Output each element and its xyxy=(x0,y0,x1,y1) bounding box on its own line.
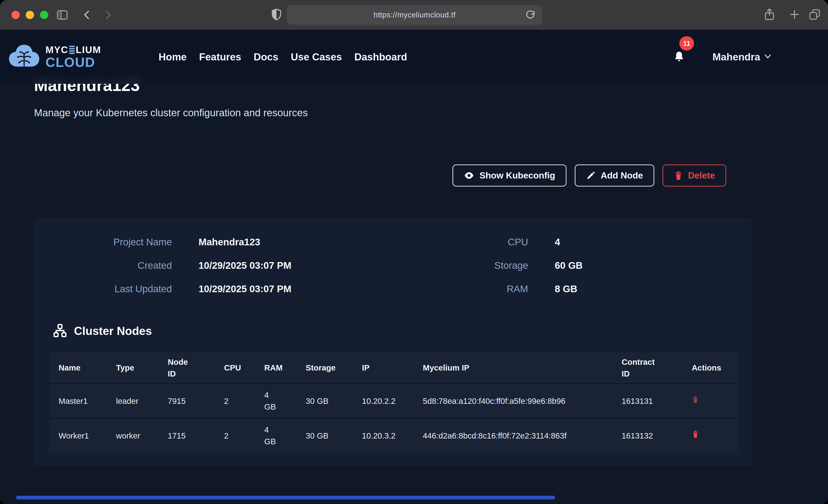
detail-label: Storage xyxy=(436,260,528,271)
detail-row-ram: RAM 8 GB xyxy=(436,284,753,294)
cell-type: leader xyxy=(107,384,159,418)
cell-name: Worker1 xyxy=(49,418,107,453)
pencil-icon xyxy=(586,171,596,180)
detail-row-last-updated: Last Updated 10/29/2025 03:07 PM xyxy=(34,284,436,294)
new-tab-icon[interactable] xyxy=(788,8,801,21)
reload-icon[interactable] xyxy=(525,9,536,22)
cell-cpu: 2 xyxy=(215,418,255,453)
detail-label: Last Updated xyxy=(34,284,172,294)
cell-node-id: 1715 xyxy=(159,418,215,453)
notification-count-badge: 11 xyxy=(679,36,694,50)
minimize-window-button[interactable] xyxy=(26,11,34,19)
brand-text: MYC LIUM CLOUD xyxy=(45,45,101,69)
cell-ram: 4 GB xyxy=(255,384,296,418)
tab-overview-icon[interactable] xyxy=(808,8,821,21)
show-kubeconfig-button[interactable]: Show Kubeconfig xyxy=(453,165,566,186)
back-button-icon[interactable] xyxy=(81,9,93,21)
page-content: Mahendra123 Manage your Kubernetes clust… xyxy=(0,30,828,466)
nav-link-home[interactable]: Home xyxy=(159,51,187,63)
detail-value: 10/29/2025 03:07 PM xyxy=(199,284,291,294)
detail-label: Project Name xyxy=(34,237,172,248)
nav-link-docs[interactable]: Docs xyxy=(254,51,279,63)
cluster-nodes-table: Name Type Node ID CPU RAM Storage IP Myc… xyxy=(49,352,738,453)
nav-links: Home Features Docs Use Cases Dashboard xyxy=(159,51,407,63)
stylized-e-glyph xyxy=(69,46,75,54)
nav-link-dashboard[interactable]: Dashboard xyxy=(355,51,407,63)
privacy-shield-icon[interactable] xyxy=(270,7,284,22)
cell-ip: 10.20.2.2 xyxy=(353,384,414,418)
bell-icon xyxy=(673,50,685,64)
cell-contract-id: 1613131 xyxy=(613,384,682,418)
trash-icon xyxy=(674,170,683,180)
column-header-storage: Storage xyxy=(296,352,353,384)
user-name: Mahendra xyxy=(712,51,760,63)
user-menu[interactable]: Mahendra xyxy=(712,51,772,63)
delete-node-button[interactable] xyxy=(692,430,699,438)
table-row: Worker1 worker 1715 2 4 GB 30 GB 10.20.3… xyxy=(49,418,738,453)
delete-cluster-button[interactable]: Delete xyxy=(663,165,726,186)
detail-label: Created xyxy=(34,260,172,271)
cluster-actions: Show Kubeconfig Add Node xyxy=(0,165,726,186)
share-icon[interactable] xyxy=(762,7,776,21)
table-header-row: Name Type Node ID CPU RAM Storage IP Myc… xyxy=(49,352,738,384)
nav-link-features[interactable]: Features xyxy=(199,51,241,63)
cell-storage: 30 GB xyxy=(296,418,353,453)
table-row: Master1 leader 7915 2 4 GB 30 GB 10.20.2… xyxy=(49,384,738,418)
brand-name-top: MYC LIUM xyxy=(45,45,101,55)
column-header-mycelium-ip: Mycelium IP xyxy=(414,352,613,384)
browser-toolbar: https://myceliumcloud.tf xyxy=(0,0,828,30)
close-window-button[interactable] xyxy=(11,11,20,19)
column-header-ip: IP xyxy=(353,352,414,384)
cell-actions xyxy=(682,384,738,418)
column-header-type: Type xyxy=(107,352,159,384)
trash-icon xyxy=(692,430,699,438)
cluster-nodes-heading: Cluster Nodes xyxy=(52,323,753,339)
cluster-details-card: Project Name Mahendra123 Created 10/29/2… xyxy=(34,219,753,466)
detail-value: 4 xyxy=(555,237,560,248)
column-header-ram: RAM xyxy=(255,352,296,384)
cell-ip: 10.20.3.2 xyxy=(353,418,414,453)
cell-actions xyxy=(682,418,738,453)
traffic-lights xyxy=(11,11,48,19)
brand-logo[interactable]: MYC LIUM CLOUD xyxy=(7,42,101,72)
detail-value: Mahendra123 xyxy=(199,237,260,248)
cell-contract-id: 1613132 xyxy=(613,418,682,453)
brand-name-bottom: CLOUD xyxy=(45,55,101,69)
footer-accent-bar xyxy=(16,496,555,499)
detail-row-storage: Storage 60 GB xyxy=(436,260,753,271)
zoom-window-button[interactable] xyxy=(40,11,48,19)
column-header-node-id: Node ID xyxy=(159,352,215,384)
url-text: https://myceliumcloud.tf xyxy=(374,10,456,19)
page-viewport: Mahendra123 Manage your Kubernetes clust… xyxy=(0,30,828,504)
notifications-button[interactable]: 11 xyxy=(673,50,685,64)
cell-cpu: 2 xyxy=(215,384,255,418)
cell-type: worker xyxy=(107,418,159,453)
eye-icon xyxy=(464,170,474,181)
top-navbar: MYC LIUM CLOUD Home Features Docs Use Ca… xyxy=(0,30,828,84)
forward-button-icon[interactable] xyxy=(101,9,114,21)
detail-row-cpu: CPU 4 xyxy=(436,237,753,248)
detail-label: CPU xyxy=(436,237,528,248)
address-bar[interactable]: https://myceliumcloud.tf xyxy=(287,5,542,25)
column-header-name: Name xyxy=(49,352,107,384)
chevron-down-icon xyxy=(764,54,772,60)
detail-label: RAM xyxy=(436,284,528,294)
column-header-cpu: CPU xyxy=(215,352,255,384)
cell-mycelium-ip: 446:d2a6:8bcd:8c16:ff0f:72e2:3114:863f xyxy=(414,418,613,453)
detail-value: 10/29/2025 03:07 PM xyxy=(199,260,291,271)
cell-mycelium-ip: 5d8:78ea:a120:f40c:ff0f:a5fe:99e6:8b96 xyxy=(414,384,613,418)
mycelium-cloud-logo-icon xyxy=(7,42,41,72)
cell-storage: 30 GB xyxy=(296,384,353,418)
cluster-nodes-heading-text: Cluster Nodes xyxy=(74,324,152,338)
show-kubeconfig-label: Show Kubeconfig xyxy=(480,170,555,180)
trash-icon xyxy=(692,395,699,404)
delete-node-button[interactable] xyxy=(692,395,699,404)
detail-row-project-name: Project Name Mahendra123 xyxy=(34,237,436,248)
sidebar-toggle-icon[interactable] xyxy=(55,8,69,22)
nav-link-use-cases[interactable]: Use Cases xyxy=(291,51,342,63)
column-header-contract-id: Contract ID xyxy=(613,352,682,384)
add-node-button[interactable]: Add Node xyxy=(575,165,654,186)
browser-window: https://myceliumcloud.tf xyxy=(0,0,828,504)
add-node-label: Add Node xyxy=(601,170,643,180)
detail-value: 8 GB xyxy=(555,284,577,294)
